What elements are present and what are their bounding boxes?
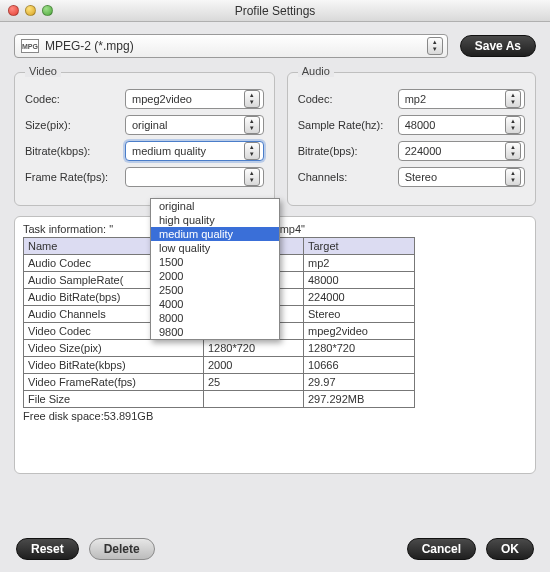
video-bitrate-select[interactable]: medium quality ▲▼ — [125, 141, 264, 161]
dropdown-item[interactable]: 9800 — [151, 325, 279, 339]
audio-group-title: Audio — [298, 65, 334, 77]
free-disk-space: Free disk space:53.891GB — [23, 410, 527, 422]
video-codec-select[interactable]: mpeg2video ▲▼ — [125, 89, 264, 109]
save-as-button[interactable]: Save As — [460, 35, 536, 57]
cell-name: Video BitRate(kbps) — [24, 357, 204, 374]
stepper-icon: ▲▼ — [244, 168, 260, 186]
stepper-icon[interactable]: ▲▼ — [427, 37, 443, 55]
video-bitrate-label: Bitrate(kbps): — [25, 145, 125, 157]
audio-samplerate-select[interactable]: 48000 ▲▼ — [398, 115, 525, 135]
audio-group: Audio Codec: mp2 ▲▼ Sample Rate(hz): 480… — [287, 72, 536, 206]
stepper-icon: ▲▼ — [505, 168, 521, 186]
cell-target: 48000 — [304, 272, 415, 289]
audio-channels-select[interactable]: Stereo ▲▼ — [398, 167, 525, 187]
cell-name: Video FrameRate(fps) — [24, 374, 204, 391]
video-bitrate-dropdown[interactable]: originalhigh qualitymedium qualitylow qu… — [150, 198, 280, 340]
audio-codec-label: Codec: — [298, 93, 398, 105]
cancel-button[interactable]: Cancel — [407, 538, 476, 560]
table-row: File Size297.292MB — [24, 391, 415, 408]
dropdown-item[interactable]: high quality — [151, 213, 279, 227]
table-row: Video Size(pix)1280*7201280*720 — [24, 340, 415, 357]
video-size-select[interactable]: original ▲▼ — [125, 115, 264, 135]
cell-target: mpeg2video — [304, 323, 415, 340]
profile-select-label: MPEG-2 (*.mpg) — [45, 39, 427, 53]
table-row: Video BitRate(kbps)200010666 — [24, 357, 415, 374]
cell-target: 10666 — [304, 357, 415, 374]
video-group-title: Video — [25, 65, 61, 77]
video-codec-label: Codec: — [25, 93, 125, 105]
stepper-icon: ▲▼ — [244, 142, 260, 160]
cell-source — [204, 391, 304, 408]
stepper-icon: ▲▼ — [505, 116, 521, 134]
reset-button[interactable]: Reset — [16, 538, 79, 560]
dropdown-item[interactable]: medium quality — [151, 227, 279, 241]
cell-source: 1280*720 — [204, 340, 304, 357]
cell-source: 2000 — [204, 357, 304, 374]
cell-target: 29.97 — [304, 374, 415, 391]
cell-name: Video Size(pix) — [24, 340, 204, 357]
audio-bitrate-select[interactable]: 224000 ▲▼ — [398, 141, 525, 161]
stepper-icon: ▲▼ — [244, 116, 260, 134]
video-framerate-label: Frame Rate(fps): — [25, 171, 125, 183]
col-target: Target — [304, 238, 415, 255]
cell-target: 297.292MB — [304, 391, 415, 408]
dropdown-item[interactable]: 8000 — [151, 311, 279, 325]
dropdown-item[interactable]: 1500 — [151, 255, 279, 269]
dropdown-item[interactable]: 2500 — [151, 283, 279, 297]
audio-samplerate-label: Sample Rate(hz): — [298, 119, 398, 131]
profile-select[interactable]: MPG MPEG-2 (*.mpg) ▲▼ — [14, 34, 448, 58]
ok-button[interactable]: OK — [486, 538, 534, 560]
cell-target: 1280*720 — [304, 340, 415, 357]
cell-name: File Size — [24, 391, 204, 408]
stepper-icon: ▲▼ — [505, 142, 521, 160]
video-group: Video Codec: mpeg2video ▲▼ Size(pix): or… — [14, 72, 275, 206]
stepper-icon: ▲▼ — [505, 90, 521, 108]
audio-codec-select[interactable]: mp2 ▲▼ — [398, 89, 525, 109]
dropdown-item[interactable]: 2000 — [151, 269, 279, 283]
video-size-label: Size(pix): — [25, 119, 125, 131]
table-row: Video FrameRate(fps)2529.97 — [24, 374, 415, 391]
window-title: Profile Settings — [0, 4, 550, 18]
video-framerate-select[interactable]: ▲▼ — [125, 167, 264, 187]
titlebar: Profile Settings — [0, 0, 550, 22]
dropdown-item[interactable]: original — [151, 199, 279, 213]
cell-target: mp2 — [304, 255, 415, 272]
cell-source: 25 — [204, 374, 304, 391]
stepper-icon: ▲▼ — [244, 90, 260, 108]
audio-bitrate-label: Bitrate(bps): — [298, 145, 398, 157]
cell-target: 224000 — [304, 289, 415, 306]
audio-channels-label: Channels: — [298, 171, 398, 183]
dropdown-item[interactable]: low quality — [151, 241, 279, 255]
delete-button[interactable]: Delete — [89, 538, 155, 560]
profile-format-icon: MPG — [21, 39, 39, 53]
cell-target: Stereo — [304, 306, 415, 323]
dropdown-item[interactable]: 4000 — [151, 297, 279, 311]
